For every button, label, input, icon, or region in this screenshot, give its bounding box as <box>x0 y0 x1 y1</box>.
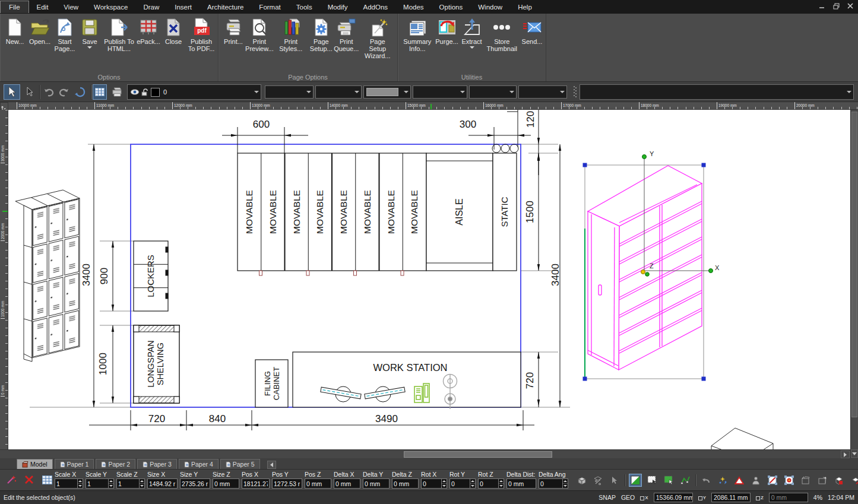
select-percent-mode-icon[interactable] <box>591 474 604 487</box>
print-queue-button[interactable]: Print Queue... <box>334 16 359 53</box>
layer-manager-button[interactable] <box>93 84 107 100</box>
rot-z-input[interactable] <box>479 479 498 488</box>
menu-edit[interactable]: Edit <box>29 1 56 13</box>
menu-modify[interactable]: Modify <box>320 1 356 13</box>
wand-tool-icon[interactable] <box>5 473 18 486</box>
send-button[interactable]: Send... <box>520 16 544 46</box>
minimize-icon[interactable] <box>818 2 826 10</box>
delta-x-input[interactable] <box>334 479 360 488</box>
menu-workspace[interactable]: Workspace <box>86 1 135 13</box>
start-page-button[interactable]: Start Page... <box>52 16 77 56</box>
close-icon[interactable] <box>846 2 854 10</box>
vertical-ruler[interactable]: 3000 mm 2000 mm 1000 mm 0 mm -1000 mm <box>0 110 8 449</box>
tab-paper-5[interactable]: Paper 5 <box>220 459 260 469</box>
size-x-input[interactable] <box>148 479 177 488</box>
selected-cabinet[interactable]: Y X Z <box>583 150 720 381</box>
print-preview-button[interactable]: Print Preview... <box>246 16 273 53</box>
window-select-mode-icon[interactable] <box>645 474 658 487</box>
edit-nodes-icon[interactable] <box>816 474 829 487</box>
pick-tool-button[interactable] <box>23 84 37 100</box>
scale-z-input[interactable] <box>117 479 139 488</box>
style-combo-1[interactable] <box>265 85 314 99</box>
scroll-right-button[interactable] <box>841 451 850 458</box>
move-entity-icon[interactable] <box>849 474 858 487</box>
scale-y-input[interactable] <box>86 479 108 488</box>
menu-format[interactable]: Format <box>251 1 288 13</box>
purge-button[interactable]: Purge... <box>435 16 460 46</box>
regen-button[interactable] <box>72 84 88 100</box>
tab-paper-1[interactable]: Paper 1 <box>55 459 94 469</box>
pos-x-input[interactable] <box>242 479 269 488</box>
coord-y-value[interactable]: 2086.11 mm <box>711 493 751 502</box>
cancel-icon[interactable] <box>23 473 36 486</box>
vertical-scroll-thumb[interactable] <box>851 112 857 417</box>
geo-toggle[interactable]: GEO <box>621 494 635 501</box>
horizontal-scroll-thumb[interactable] <box>404 451 552 458</box>
delta-dist-input[interactable] <box>507 479 536 488</box>
redo-button[interactable] <box>57 84 71 100</box>
scroll-down-button[interactable] <box>851 449 858 458</box>
drawing-canvas[interactable]: 600 300 120 3400 900 1000 1500 3400 720 … <box>8 110 850 449</box>
horizontal-ruler[interactable]: 10000 mm 11000 mm 12000 mm 13000 mm 1400… <box>8 102 858 110</box>
print-layers-button[interactable] <box>109 84 125 100</box>
rot-x-input[interactable] <box>422 479 441 488</box>
menu-insert[interactable]: Insert <box>167 1 200 13</box>
snap-toggle[interactable]: SNAP <box>599 494 616 501</box>
delta-ang-spinner[interactable] <box>562 479 568 488</box>
coord-x-value[interactable]: 15366.09 mm <box>654 493 693 502</box>
summary-info-button[interactable]: Summary Info... <box>400 16 435 53</box>
print-styles-button[interactable]: Print Styles... <box>273 16 309 53</box>
menu-view[interactable]: View <box>56 1 86 13</box>
calculator-grid-icon[interactable] <box>40 473 53 486</box>
isometric-box[interactable] <box>711 428 773 449</box>
epack-button[interactable]: ePack... <box>136 16 161 46</box>
menu-options[interactable]: Options <box>432 1 471 13</box>
layer-combo[interactable]: 0 <box>127 84 261 100</box>
print-button[interactable]: Print... <box>221 16 246 46</box>
delta-ang-input[interactable] <box>539 479 562 488</box>
publish-html-button[interactable]: Publish To HTML... <box>102 16 136 53</box>
scale-x-input[interactable] <box>55 479 77 488</box>
stretch-select-icon[interactable] <box>799 474 812 487</box>
size-z-input[interactable] <box>213 479 239 488</box>
style-combo-4[interactable] <box>469 85 517 99</box>
tab-scroll-left-button[interactable] <box>267 461 276 469</box>
pos-y-input[interactable] <box>273 479 302 488</box>
scale-x-spinner[interactable] <box>77 479 83 488</box>
rot-x-spinner[interactable] <box>441 479 447 488</box>
coordinate-entry-combo[interactable] <box>580 84 854 100</box>
menu-architecture[interactable]: Architecture <box>200 1 251 13</box>
by-author-select-icon[interactable] <box>749 474 762 487</box>
style-combo-2[interactable] <box>315 85 362 99</box>
tab-paper-4[interactable]: Paper 4 <box>179 459 219 469</box>
crossing-select-mode-icon[interactable] <box>662 474 675 487</box>
open-button[interactable]: Open... <box>27 16 52 46</box>
new-button[interactable]: New... <box>2 16 27 46</box>
toolbar-grip[interactable] <box>574 86 577 98</box>
select-cursor-mode-icon[interactable] <box>608 474 621 487</box>
horizontal-scrollbar[interactable] <box>0 449 850 458</box>
coord-z-value[interactable]: 0 mm <box>769 493 808 502</box>
tab-paper-3[interactable]: Paper 3 <box>137 459 177 469</box>
style-combo-3[interactable] <box>413 85 467 99</box>
menu-draw[interactable]: Draw <box>135 1 167 13</box>
extract-button[interactable]: Extract <box>460 16 485 49</box>
vertical-scrollbar[interactable] <box>850 110 858 458</box>
menu-addons[interactable]: AddOns <box>356 1 396 13</box>
zoom-level[interactable]: 4% <box>813 494 822 501</box>
store-thumbnail-button[interactable]: Store Thumbnail <box>485 16 520 53</box>
pos-z-input[interactable] <box>305 479 331 488</box>
rectangle-select-mode-icon[interactable] <box>629 474 642 487</box>
lockers-isometric-view[interactable] <box>15 190 80 362</box>
degrade-select-icon[interactable] <box>733 474 746 487</box>
publish-pdf-button[interactable]: pdf Publish To PDF... <box>186 16 217 53</box>
menu-file[interactable]: File <box>0 1 29 13</box>
fence-select-mode-icon[interactable] <box>679 474 692 487</box>
page-setup-wizard-button[interactable]: Page Setup Wizard... <box>359 16 396 60</box>
exclude-area-icon[interactable] <box>766 474 779 487</box>
delta-y-input[interactable] <box>363 479 389 488</box>
pen-color-combo[interactable] <box>363 85 411 99</box>
menu-tools[interactable]: Tools <box>289 1 320 13</box>
undo-button[interactable] <box>42 84 56 100</box>
select-tool-button[interactable] <box>4 84 20 100</box>
